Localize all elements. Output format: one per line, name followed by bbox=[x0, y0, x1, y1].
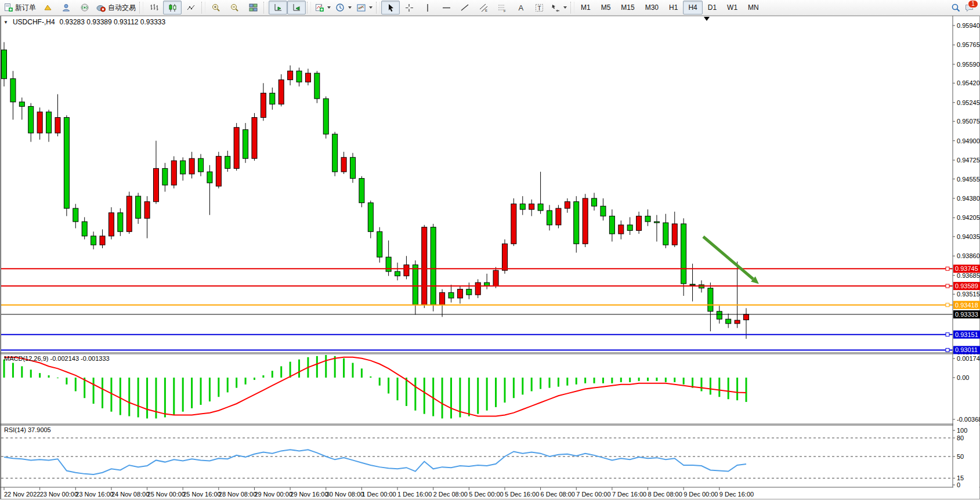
chevron-down-icon[interactable] bbox=[563, 6, 567, 9]
candle-body bbox=[592, 198, 597, 206]
candle-body bbox=[583, 198, 588, 244]
macd-histogram-bar bbox=[656, 378, 657, 381]
candle-body bbox=[502, 244, 507, 270]
indicators-button[interactable] bbox=[312, 1, 333, 15]
macd-histogram-bar bbox=[227, 378, 229, 392]
macd-histogram-bar bbox=[173, 378, 175, 415]
macd-histogram-bar bbox=[39, 373, 41, 378]
candle-body bbox=[726, 319, 731, 324]
macd-histogram-bar bbox=[674, 378, 675, 382]
new-order-button[interactable]: 新订单 bbox=[1, 1, 38, 15]
macd-histogram-bar bbox=[164, 378, 166, 417]
templates-button[interactable] bbox=[354, 1, 375, 15]
label-button[interactable]: T bbox=[530, 1, 548, 15]
vline-button[interactable] bbox=[418, 1, 437, 15]
candle-body bbox=[547, 211, 552, 225]
hline-handle[interactable] bbox=[946, 284, 949, 288]
tf-h1-button[interactable]: H1 bbox=[664, 1, 683, 15]
text-button[interactable]: A bbox=[511, 1, 530, 15]
macd-histogram-bar bbox=[549, 378, 551, 388]
macd-histogram-bar bbox=[57, 378, 59, 378]
macd-histogram-bar bbox=[75, 378, 77, 391]
crosshair-button[interactable] bbox=[400, 1, 418, 15]
chart-ohlc-values: 0.93283 0.93389 0.93112 0.93333 bbox=[60, 18, 166, 26]
clock-icon bbox=[335, 3, 345, 13]
candle-body bbox=[91, 236, 96, 245]
toolbar-group-zoom bbox=[207, 0, 262, 16]
bar-chart-button[interactable] bbox=[144, 1, 163, 15]
trendline-button[interactable] bbox=[455, 1, 474, 15]
vline-icon bbox=[423, 3, 433, 13]
autotrade-button[interactable]: 自动交易 bbox=[94, 1, 138, 15]
one-click-collapse-icon[interactable]: ▼ bbox=[3, 20, 8, 25]
macd-histogram-bar bbox=[128, 378, 130, 416]
fibo-icon: F bbox=[497, 3, 507, 13]
candle-body bbox=[136, 196, 141, 218]
price-axis-label: 0.95420 bbox=[957, 79, 980, 86]
line-chart-button[interactable] bbox=[182, 1, 200, 15]
tf-m5-button[interactable]: M5 bbox=[596, 1, 616, 15]
candle-body bbox=[744, 314, 749, 320]
fibo-button[interactable]: F bbox=[493, 1, 511, 15]
price-axis-label: 0.94725 bbox=[957, 157, 980, 164]
time-axis-label: 5 Dec 16:00 bbox=[505, 491, 539, 498]
macd-axis-label: 0.00 bbox=[957, 374, 969, 381]
svg-text:E: E bbox=[485, 9, 487, 12]
candle-body bbox=[207, 172, 212, 183]
candle-body bbox=[10, 79, 16, 102]
chat-button[interactable]: 1 bbox=[964, 3, 974, 13]
candle-body bbox=[341, 157, 346, 172]
auto-scroll-button[interactable] bbox=[269, 1, 287, 15]
tf-d1-button[interactable]: D1 bbox=[703, 1, 722, 15]
chart-window-button[interactable] bbox=[38, 1, 57, 15]
channel-button[interactable]: E bbox=[474, 1, 493, 15]
candle-body bbox=[198, 158, 204, 172]
candle-body bbox=[395, 271, 400, 276]
macd-histogram-bar bbox=[334, 356, 336, 378]
rsi-name: RSI(14) bbox=[4, 426, 26, 433]
search-icon[interactable] bbox=[951, 3, 961, 13]
signals-button[interactable] bbox=[75, 1, 94, 15]
candle-body bbox=[73, 208, 78, 222]
tf-m15-button[interactable]: M15 bbox=[616, 1, 639, 15]
candle-chart-button[interactable] bbox=[163, 1, 182, 15]
macd-histogram-bar bbox=[522, 378, 523, 394]
profile-button[interactable] bbox=[57, 1, 75, 15]
hline-handle[interactable] bbox=[946, 303, 949, 307]
hline-button[interactable] bbox=[437, 1, 455, 15]
arrows-button[interactable] bbox=[548, 1, 569, 15]
candle-body bbox=[377, 231, 382, 257]
candle-body bbox=[654, 222, 659, 223]
macd-histogram-bar bbox=[486, 378, 488, 411]
hline-handle[interactable] bbox=[946, 348, 949, 352]
toolbar-group-trade: 新订单自动交易 bbox=[1, 0, 138, 16]
chevron-down-icon[interactable] bbox=[327, 6, 331, 9]
candle-body bbox=[225, 156, 230, 168]
chevron-down-icon[interactable] bbox=[369, 6, 373, 9]
tf-h4-button[interactable]: H4 bbox=[683, 1, 702, 15]
candle-body bbox=[529, 204, 534, 210]
rsi-axis-label: 15 bbox=[957, 474, 964, 481]
macd-histogram-bar bbox=[290, 362, 291, 378]
periods-button[interactable] bbox=[333, 1, 354, 15]
tf-m1-button[interactable]: M1 bbox=[576, 1, 596, 15]
candle-body bbox=[431, 227, 436, 305]
tf-m30-label: M30 bbox=[642, 3, 661, 12]
macd-histogram-bar bbox=[388, 378, 389, 393]
chart-canvas[interactable]: 0.959400.957650.955900.954200.952450.950… bbox=[0, 16, 980, 500]
chart-shift-button[interactable] bbox=[287, 1, 306, 15]
chevron-down-icon[interactable] bbox=[348, 6, 352, 9]
tile-windows-button[interactable] bbox=[244, 1, 262, 15]
zoom-out-button[interactable] bbox=[225, 1, 244, 15]
tf-mn-button[interactable]: MN bbox=[743, 1, 764, 15]
zoom-in-button[interactable] bbox=[207, 1, 225, 15]
tf-h1-label: H1 bbox=[666, 3, 681, 12]
template-icon bbox=[356, 3, 366, 13]
tf-m30-button[interactable]: M30 bbox=[640, 1, 664, 15]
hline-handle[interactable] bbox=[946, 333, 949, 336]
toolbar-separator bbox=[139, 2, 143, 13]
cursor-button[interactable] bbox=[381, 1, 400, 15]
hline-handle[interactable] bbox=[946, 267, 949, 270]
tf-w1-button[interactable]: W1 bbox=[722, 1, 743, 15]
candle-body bbox=[37, 112, 42, 133]
